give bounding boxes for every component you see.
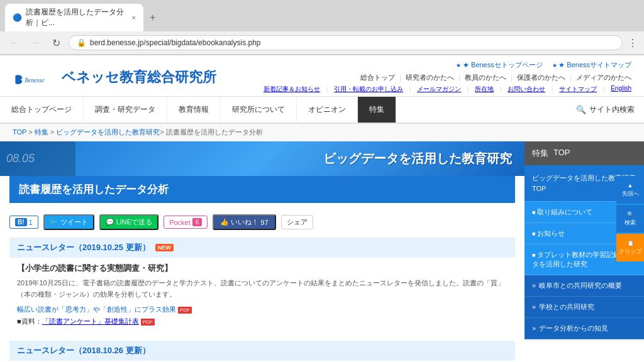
nav-item-about[interactable]: 研究所について bbox=[221, 97, 297, 123]
tab-bar: 🔵 読書履歴を活用したデータ分析｜ビ... × + bbox=[0, 0, 644, 31]
sub-english-link[interactable]: English bbox=[611, 85, 631, 94]
nav-teachers-link[interactable]: 教員のかたへ bbox=[465, 73, 506, 82]
forward-button[interactable]: → bbox=[28, 36, 44, 50]
sidebar-special-label: 特集 bbox=[532, 148, 548, 159]
pocket-button[interactable]: Pocket 6 bbox=[164, 216, 208, 229]
clip-icon: 📋 bbox=[627, 240, 634, 246]
logo-area: Benesse ベネッセ教育総合研究所 bbox=[13, 68, 216, 87]
new-badge-1: NEW bbox=[155, 244, 174, 251]
scroll-top-label: 先頭へ bbox=[622, 190, 639, 198]
browser-chrome: 🔵 読書履歴を活用したデータ分析｜ビ... × + ← → ↻ 🔒 berd.b… bbox=[0, 0, 644, 55]
pocket-count: 6 bbox=[192, 218, 203, 226]
newsletter-header-2: ニュースレター（2018.10.26 更新） bbox=[9, 341, 515, 361]
pdf-icon-2: PDF bbox=[141, 319, 155, 326]
main-nav-bar: 総合トップページ 調査・研究データ 教育情報 研究所について オピニオン 特集 … bbox=[0, 97, 644, 124]
newsletter-header-1: ニュースレター（2019.10.25 更新） NEW bbox=[9, 238, 515, 258]
logo-svg: Benesse bbox=[13, 73, 57, 87]
social-bar: B! 1 🐦 ツイート 💬 LINEで送る Pocket 6 👍 いい bbox=[0, 209, 525, 238]
share-button[interactable]: シェア bbox=[281, 215, 313, 229]
sub-magazine-link[interactable]: メールマガジン bbox=[417, 85, 461, 94]
nav-researchers-link[interactable]: 研究者のかたへ bbox=[406, 73, 454, 82]
nav-search[interactable]: 🔍 サイト内検索 bbox=[567, 98, 644, 121]
header-top: Benesse ベネッセ教育総合研究所 ★ Benessセトップページ ★ Be… bbox=[0, 55, 644, 96]
new-tab-button[interactable]: + bbox=[143, 9, 162, 26]
breadcrumb-bigdata[interactable]: ビッグデータを活用した教育研究 bbox=[56, 128, 160, 136]
page-title-bar: 読書履歴を活用したデータ分析 bbox=[9, 176, 515, 203]
hero-title: ビッグデータを活用した教育研究 bbox=[323, 150, 512, 167]
refresh-button[interactable]: ↻ bbox=[49, 36, 64, 50]
breadcrumb-current: 読書履歴を活用したデータ分析 bbox=[166, 128, 263, 136]
newsletter-desc-1: 2019年10月25日に、電子書籍の読書履歴のデータと学力テスト、読書についての… bbox=[17, 278, 508, 300]
main-content: 08.05 ビッグデータを活用した教育研究 読書履歴を活用したデータ分析 B! … bbox=[0, 141, 525, 362]
nav-parents-link[interactable]: 保護者のかたへ bbox=[517, 73, 565, 82]
tweet-label: ツイート bbox=[60, 217, 88, 227]
url-text: berd.benesse.jp/special/bigdata/ebookana… bbox=[90, 38, 261, 47]
like-button[interactable]: 👍 いいね！ 97 bbox=[213, 214, 275, 230]
site-name-jp: ベネッセ教育総合研究所 bbox=[62, 68, 216, 87]
benesse-logo: Benesse bbox=[13, 73, 57, 87]
up-icon: ▲ bbox=[628, 182, 633, 189]
line-button[interactable]: 💬 LINEで送る bbox=[99, 214, 158, 230]
nav-item-top[interactable]: 総合トップページ bbox=[0, 97, 84, 123]
sidebar-link-item-3[interactable]: データ分析からの知見 bbox=[525, 318, 644, 339]
breadcrumb-top[interactable]: TOP bbox=[13, 128, 26, 136]
breadcrumb-special[interactable]: 特集 bbox=[35, 128, 48, 136]
nav-media-link[interactable]: メディアのかたへ bbox=[576, 73, 631, 82]
sidebar-top-label: TOP bbox=[553, 148, 570, 159]
like-count: 97 bbox=[260, 219, 268, 226]
active-tab[interactable]: 🔵 読書履歴を活用したデータ分析｜ビ... × bbox=[5, 4, 143, 31]
nav-item-research[interactable]: 調査・研究データ bbox=[84, 97, 167, 123]
newsletter-link-1[interactable]: 幅広い読書が「思考力」や「創造性」にプラス効果PDF bbox=[17, 305, 508, 314]
back-button[interactable]: ← bbox=[6, 36, 23, 50]
content-wrapper: 08.05 ビッグデータを活用した教育研究 読書履歴を活用したデータ分析 B! … bbox=[0, 141, 644, 362]
b-icon: B! bbox=[15, 218, 27, 226]
newsletter-date-1: ニュースレター（2019.10.25 更新） bbox=[17, 242, 150, 253]
newsletter-section-1: ニュースレター（2019.10.25 更新） NEW 【小学生の読書に関する実態… bbox=[9, 238, 515, 331]
line-label: LINEで送る bbox=[116, 217, 152, 227]
clip-label: クリップ bbox=[619, 248, 641, 256]
search-action-button[interactable]: 🔍 検索 bbox=[616, 205, 644, 233]
tweet-button[interactable]: 🐦 ツイート bbox=[43, 214, 94, 230]
nav-item-special[interactable]: 特集 bbox=[358, 97, 396, 123]
tab-favicon: 🔵 bbox=[13, 13, 22, 22]
newsletter-section-2: ニュースレター（2018.10.26 更新） 【小学生の読書に関する実態調査・研… bbox=[9, 341, 515, 362]
pocket-label: Pocket bbox=[169, 219, 191, 226]
sub-news-link[interactable]: 新着記事＆お知らせ bbox=[264, 85, 320, 94]
thumbs-up-icon: 👍 bbox=[220, 218, 229, 226]
newsletter-title-1: 【小学生の読書に関する実態調査・研究】 bbox=[17, 263, 508, 274]
benesse-sitemap-link[interactable]: ★ Benessサイトマップ bbox=[552, 60, 631, 70]
nav-actions: ⋮ bbox=[628, 37, 638, 49]
sidebar-link-item-1[interactable]: 岐阜市との共同研究の概要 bbox=[525, 275, 644, 297]
newsletter-body-1: 【小学生の読書に関する実態調査・研究】 2019年10月25日に、電子書籍の読書… bbox=[9, 258, 515, 331]
right-actions: ▲ 先頭へ 🔍 検索 📋 クリップ bbox=[616, 176, 644, 261]
benesse-top-link[interactable]: ★ Benessセトップページ bbox=[456, 60, 542, 70]
extensions-button[interactable]: ⋮ bbox=[628, 37, 638, 49]
sidebar-link-item-2[interactable]: 学校との共同研究 bbox=[525, 297, 644, 318]
url-bar[interactable]: 🔒 berd.benesse.jp/special/bigdata/ebooka… bbox=[69, 35, 623, 50]
sub-sitemap-link[interactable]: サイトマップ bbox=[559, 85, 597, 94]
tweet-icon: 🐦 bbox=[50, 218, 58, 226]
hatena-count: 1 bbox=[29, 219, 33, 226]
svg-text:Benesse: Benesse bbox=[25, 76, 45, 83]
breadcrumb: TOP > 特集 > ビッグデータを活用した教育研究> 読書履歴を活用したデータ… bbox=[0, 124, 644, 141]
tab-close-button[interactable]: × bbox=[132, 14, 136, 21]
scroll-top-button[interactable]: ▲ 先頭へ bbox=[616, 176, 644, 204]
search-icon: 🔍 bbox=[576, 105, 586, 114]
nav-top-link[interactable]: 総合トップ bbox=[360, 73, 395, 82]
site-header: Benesse ベネッセ教育総合研究所 ★ Benessセトップページ ★ Be… bbox=[0, 55, 644, 97]
resource-line-1: ■資料：「読書アンケート」基礎集計表PDF bbox=[17, 317, 508, 326]
sub-contact-link[interactable]: お問い合わせ bbox=[508, 85, 545, 94]
clip-button[interactable]: 📋 クリップ bbox=[616, 234, 644, 261]
nav-item-opinion[interactable]: オピニオン bbox=[297, 97, 358, 123]
tab-title: 読書履歴を活用したデータ分析｜ビ... bbox=[26, 7, 128, 28]
sidebar-header: 特集 TOP bbox=[525, 141, 644, 165]
nav-item-education[interactable]: 教育情報 bbox=[167, 97, 221, 123]
hero-bg-image: 08.05 bbox=[0, 141, 75, 176]
hatena-button[interactable]: B! 1 bbox=[9, 216, 38, 229]
hero-banner: 08.05 ビッグデータを活用した教育研究 bbox=[0, 141, 525, 176]
like-label: いいね！ bbox=[231, 217, 258, 227]
sub-location-link[interactable]: 所在地 bbox=[475, 85, 494, 94]
sub-reprint-link[interactable]: 引用・転載のお申し込み bbox=[334, 85, 403, 94]
resource-link-1[interactable]: 「読書アンケート」基礎集計表PDF bbox=[42, 317, 155, 325]
search-action-label: 検索 bbox=[625, 219, 636, 227]
